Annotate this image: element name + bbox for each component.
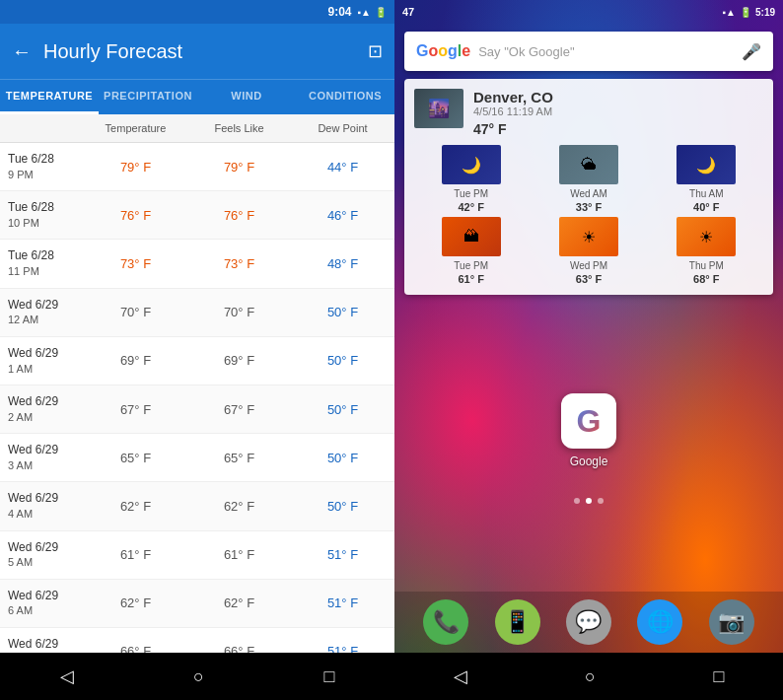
google-g-letter: G <box>577 403 602 440</box>
nav-back-right-button[interactable]: ◁ <box>434 658 487 695</box>
table-row: Wed 6/29 7 AM 66° F 66° F 51° F <box>0 628 394 653</box>
nav-home-button[interactable]: ○ <box>174 659 224 695</box>
forecast-label: Thu AM <box>689 188 723 199</box>
forecast-temp: 61° F <box>458 273 483 285</box>
row-date: Wed 6/29 4 AM <box>0 482 84 529</box>
row-temp: 62° F <box>84 588 187 618</box>
row-temp: 79° F <box>84 152 187 182</box>
right-panel: 47 ▪▲ 🔋 5:19 Google Say "Ok Google" 🎤 🌆 … <box>394 0 783 700</box>
row-dew: 50° F <box>291 443 394 473</box>
dock-apps-icon[interactable]: 📱 <box>495 599 540 645</box>
table-row: Wed 6/29 4 AM 62° F 62° F 50° F <box>0 482 394 530</box>
forecast-label: Tue PM <box>454 260 488 271</box>
col-temp-header: Temperature <box>84 114 187 142</box>
forecast-item: 🏔 Tue PM 61° F <box>414 217 528 285</box>
table-body: Tue 6/28 9 PM 79° F 79° F 44° F Tue 6/28… <box>0 143 394 653</box>
forecast-thumb: ☀ <box>676 217 736 256</box>
col-dew-header: Dew Point <box>291 114 394 142</box>
back-button[interactable]: ← <box>12 40 32 63</box>
mic-icon[interactable]: 🎤 <box>742 42 761 61</box>
status-icons-left: ▪▲ 🔋 <box>358 7 387 18</box>
forecast-temp: 68° F <box>693 273 719 285</box>
forecast-label: Wed PM <box>570 260 607 271</box>
col-date-header <box>0 114 84 142</box>
table-row: Tue 6/28 11 PM 73° F 73° F 48° F <box>0 240 394 288</box>
row-dew: 50° F <box>291 345 394 376</box>
search-hint: Say "Ok Google" <box>478 44 734 59</box>
status-right-icons: ▪▲ 🔋 5:19 <box>723 7 775 18</box>
share-icon[interactable]: ⊡ <box>368 40 383 62</box>
row-date: Wed 6/29 2 AM <box>0 385 84 433</box>
signal-right-icon: ▪▲ <box>723 7 736 18</box>
nav-back-button[interactable]: ◁ <box>40 658 94 695</box>
forecast-temp: 40° F <box>693 201 719 213</box>
forecast-item: 🌥 Wed AM 33° F <box>532 145 645 213</box>
weather-thumbnail: 🌆 <box>414 89 463 128</box>
table-row: Tue 6/28 10 PM 76° F 76° F 46° F <box>0 191 394 240</box>
row-dew: 44° F <box>291 152 394 182</box>
forecast-thumb: 🌙 <box>442 145 501 184</box>
forecast-thumb: 🌙 <box>676 145 736 184</box>
forecast-label: Tue PM <box>454 188 488 199</box>
row-temp: 67° F <box>84 394 187 425</box>
tab-precipitation[interactable]: PRECIPITATION <box>99 80 197 114</box>
tab-conditions[interactable]: CONDITIONS <box>296 80 394 114</box>
row-feels: 62° F <box>187 491 291 522</box>
home-indicator <box>394 498 783 504</box>
widget-date: 4/5/16 11:19 AM <box>473 105 553 117</box>
google-logo: Google <box>416 42 470 60</box>
tab-bar: TEMPERATURE PRECIPITATION WIND CONDITION… <box>0 79 394 114</box>
dock-camera-icon[interactable]: 📷 <box>709 599 754 645</box>
table-row: Wed 6/29 3 AM 65° F 65° F 50° F <box>0 434 394 482</box>
row-feels: 61° F <box>187 539 291 570</box>
dock-phone-icon[interactable]: 📞 <box>423 599 468 645</box>
row-feels: 67° F <box>187 394 291 425</box>
table-row: Wed 6/29 2 AM 67° F 67° F 50° F <box>0 385 394 434</box>
dot-3 <box>598 498 604 504</box>
forecast-temp: 33° F <box>576 201 602 213</box>
table-row: Wed 6/29 12 AM 70° F 70° F 50° F <box>0 289 394 337</box>
table-row: Wed 6/29 1 AM 69° F 69° F 50° F <box>0 337 394 385</box>
battery-icon: 🔋 <box>375 7 387 18</box>
widget-city: Denver, CO <box>473 89 553 105</box>
forecast-thumb: ☀ <box>559 217 618 256</box>
row-temp: 62° F <box>84 491 187 522</box>
tab-wind[interactable]: WIND <box>197 80 296 114</box>
forecast-thumb: 🌥 <box>559 145 618 184</box>
dot-2 <box>586 498 592 504</box>
dock-browser-icon[interactable]: 🌐 <box>637 599 682 645</box>
tab-temperature[interactable]: TEMPERATURE <box>0 80 99 114</box>
table-row: Wed 6/29 6 AM 62° F 62° F 51° F <box>0 580 394 628</box>
row-temp: 76° F <box>84 200 187 231</box>
google-app-label: Google <box>570 455 608 468</box>
row-dew: 51° F <box>291 636 394 653</box>
weather-widget: 🌆 Denver, CO 4/5/16 11:19 AM 47° F 🌙 Tue… <box>404 79 773 295</box>
row-date: Tue 6/28 9 PM <box>0 143 84 190</box>
nav-home-right-button[interactable]: ○ <box>565 659 615 695</box>
dock: 📞 📱 💬 🌐 📷 <box>394 592 783 653</box>
left-panel: 9:04 ▪▲ 🔋 ← Hourly Forecast ⊡ TEMPERATUR… <box>0 0 394 700</box>
row-temp: 73° F <box>84 248 187 279</box>
app-header: ← Hourly Forecast ⊡ <box>0 24 394 79</box>
google-app-wrapper: G Google <box>561 393 616 468</box>
row-date: Tue 6/28 11 PM <box>0 240 84 287</box>
google-search-bar[interactable]: Google Say "Ok Google" 🎤 <box>404 32 773 71</box>
row-date: Wed 6/29 3 AM <box>0 434 84 481</box>
table-row: Wed 6/29 5 AM 61° F 61° F 51° F <box>0 531 394 580</box>
widget-header: 🌆 Denver, CO 4/5/16 11:19 AM 47° F <box>414 89 763 137</box>
row-feels: 62° F <box>187 588 291 618</box>
forecast-temp: 63° F <box>576 273 602 285</box>
row-date: Tue 6/28 10 PM <box>0 191 84 239</box>
google-app-icon[interactable]: G <box>561 393 616 449</box>
dock-messages-icon[interactable]: 💬 <box>566 599 611 645</box>
forecast-label: Wed AM <box>570 188 607 199</box>
row-feels: 69° F <box>187 345 291 376</box>
nav-recent-button[interactable]: □ <box>304 659 354 695</box>
table-header: Temperature Feels Like Dew Point <box>0 114 394 143</box>
page-title: Hourly Forecast <box>43 40 356 63</box>
row-dew: 50° F <box>291 491 394 522</box>
nav-recent-right-button[interactable]: □ <box>693 659 744 695</box>
row-feels: 76° F <box>187 200 291 231</box>
forecast-item: ☀ Thu PM 68° F <box>650 217 763 285</box>
table-row: Tue 6/28 9 PM 79° F 79° F 44° F <box>0 143 394 191</box>
